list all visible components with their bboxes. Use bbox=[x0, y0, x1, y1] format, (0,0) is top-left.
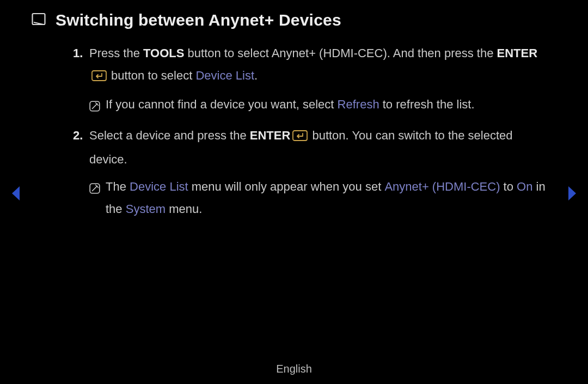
on-label: On bbox=[517, 180, 532, 193]
nav-previous-button[interactable] bbox=[10, 185, 22, 204]
step-text: Press the TOOLS button to select Anynet+… bbox=[89, 42, 546, 88]
enter-icon bbox=[292, 126, 308, 149]
text: The bbox=[106, 180, 130, 193]
step-number: 1. bbox=[73, 42, 85, 88]
page-title: Switching between Anynet+ Devices bbox=[56, 11, 341, 29]
section-icon bbox=[32, 12, 46, 28]
text: to bbox=[500, 180, 517, 193]
step-text: Select a device and press the ENTER butt… bbox=[89, 125, 546, 170]
refresh-label: Refresh bbox=[338, 97, 379, 111]
text: Select a device and press the bbox=[89, 129, 250, 142]
system-label: System bbox=[126, 202, 166, 216]
step-number: 2. bbox=[73, 125, 85, 170]
tools-label: TOOLS bbox=[143, 46, 184, 60]
text: If you cannot find a device you want, se… bbox=[106, 97, 338, 111]
title-row: Switching between Anynet+ Devices bbox=[32, 11, 556, 29]
text: to refresh the list. bbox=[379, 97, 475, 111]
text: menu. bbox=[166, 202, 202, 216]
device-list-label: Device List bbox=[130, 180, 188, 193]
step-1: 1. Press the TOOLS button to select Anyn… bbox=[73, 42, 546, 88]
text: menu will only appear when you set bbox=[188, 180, 385, 193]
note-icon bbox=[89, 97, 100, 119]
device-list-label: Device List bbox=[195, 69, 254, 82]
text: Press the bbox=[89, 46, 143, 60]
svg-rect-1 bbox=[92, 71, 106, 81]
nav-next-button[interactable] bbox=[566, 185, 578, 204]
enter-icon bbox=[91, 66, 107, 89]
note-text: The Device List menu will only appear wh… bbox=[106, 176, 546, 220]
footer-language: English bbox=[0, 363, 588, 375]
enter-label: ENTER bbox=[497, 46, 538, 60]
text: button to select Anynet+ (HDMI-CEC). And… bbox=[184, 46, 497, 60]
note-icon bbox=[89, 179, 100, 220]
note-1: If you cannot find a device you want, se… bbox=[73, 94, 546, 119]
anynet-label: Anynet+ (HDMI-CEC) bbox=[384, 180, 500, 193]
content-body: 1. Press the TOOLS button to select Anyn… bbox=[32, 42, 556, 221]
text: . bbox=[254, 69, 258, 82]
svg-rect-3 bbox=[293, 131, 307, 141]
enter-label: ENTER bbox=[250, 129, 291, 142]
text: button to select bbox=[108, 69, 195, 82]
step-2: 2. Select a device and press the ENTER b… bbox=[73, 125, 546, 170]
note-text: If you cannot find a device you want, se… bbox=[106, 94, 475, 119]
note-2: The Device List menu will only appear wh… bbox=[73, 176, 546, 220]
